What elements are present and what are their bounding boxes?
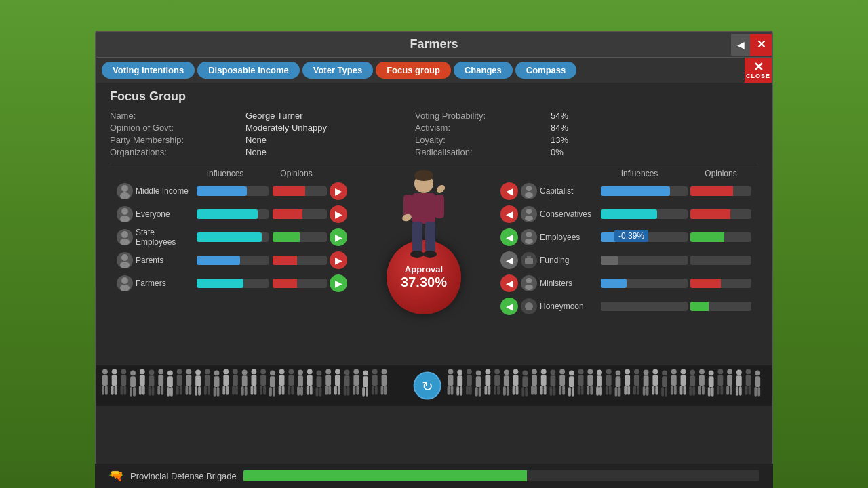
opinion-bar-capitalist: [690, 186, 751, 196]
right-opinions-header: Opinions: [690, 169, 751, 178]
left-row-farmers: Farmers ▶: [117, 273, 347, 293]
right-row-capitalist: ◀ Capitalist: [500, 181, 751, 201]
opinion-label: Opinion of Govt:: [110, 123, 245, 133]
opinion-bar-state-employees: [273, 232, 327, 242]
opinion-fill-farmers: [273, 279, 297, 288]
opinion-bar-parents: [273, 256, 327, 265]
svg-rect-14: [435, 195, 444, 218]
influence-fill-parents: [197, 256, 240, 265]
avatar-parents: [117, 252, 133, 268]
svg-text:↻: ↻: [422, 379, 433, 394]
svg-point-22: [525, 192, 533, 198]
voting-label: Voting Probability:: [415, 110, 551, 121]
content-area: Focus Group Name: George Turner Voting P…: [96, 83, 772, 365]
party-label: Party Membership:: [110, 135, 245, 145]
tab-voter-types[interactable]: Voter Types: [302, 62, 373, 79]
svg-point-1: [120, 192, 130, 199]
conn-employees: ◀: [500, 228, 518, 246]
people-svg: ↻: [102, 368, 766, 403]
info-grid: Name: George Turner Voting Probability: …: [110, 110, 758, 157]
title-close-button[interactable]: ✕: [750, 34, 772, 56]
avatar-farmers: [117, 275, 133, 291]
tab-voting-intentions[interactable]: Voting Intentions: [102, 62, 195, 79]
right-panel: Influences Opinions ◀ Capitalist: [500, 169, 751, 359]
loyalty-value: 13%: [551, 135, 652, 145]
opinion-fill-parents: [273, 256, 297, 265]
party-value: None: [245, 135, 415, 145]
label-ministers: Ministers: [540, 279, 601, 288]
svg-point-6: [121, 254, 128, 261]
tab-disposable-income[interactable]: Disposable Income: [197, 62, 299, 79]
activism-value: 84%: [551, 123, 652, 133]
influence-bar-parents: [197, 256, 269, 265]
label-farmers: Farmers: [136, 279, 197, 288]
svg-point-0: [121, 185, 128, 192]
gun-icon: 🔫: [108, 468, 123, 483]
opinion-fill-ministers: [690, 279, 721, 288]
separator: [110, 163, 758, 163]
left-row-everyone: Everyone ▶: [117, 204, 347, 224]
unit-label: Provincial Defense Brigade: [130, 471, 237, 481]
left-row-parents: Parents ▶: [117, 250, 347, 270]
svg-point-23: [526, 209, 532, 214]
avatar-honeymoon: [521, 298, 537, 314]
svg-rect-12: [412, 193, 435, 224]
svg-point-20: [423, 251, 437, 258]
svg-point-8: [121, 277, 128, 284]
influence-bar-funding: [601, 256, 688, 265]
radical-label: Radicalisation:: [415, 147, 551, 157]
window-title: Farmers: [410, 37, 458, 51]
employees-bar-area: -0.39%: [601, 232, 688, 242]
tab-bar: Voting Intentions Disposable Income Vote…: [96, 58, 772, 83]
close-label: CLOSE: [746, 73, 770, 79]
influence-fill-state-employees: [197, 232, 262, 242]
svg-point-5: [120, 239, 130, 245]
label-conservatives: Conservatives: [540, 209, 601, 219]
svg-point-4: [121, 231, 128, 238]
opinion-bar-ministers: [690, 279, 751, 288]
svg-point-21: [526, 186, 532, 191]
svg-point-26: [525, 239, 533, 244]
label-funding: Funding: [540, 256, 601, 265]
right-row-funding: ◀ Funding: [500, 250, 751, 270]
label-everyone: Everyone: [136, 209, 197, 219]
close-button[interactable]: ✕CLOSE: [745, 58, 772, 83]
radical-value: 0%: [551, 147, 652, 157]
avatar-conservatives: [521, 206, 537, 222]
influence-bar-ministers: [601, 279, 688, 288]
influence-bar-everyone: [197, 209, 269, 219]
left-influences-header: Influences: [184, 169, 266, 178]
svg-point-16: [435, 184, 447, 195]
nav-back-button[interactable]: ◀: [731, 34, 750, 56]
section-title: Focus Group: [110, 89, 758, 104]
loyalty-label: Loyalty:: [415, 135, 551, 145]
svg-point-9: [120, 285, 130, 291]
conn-ministers: ◀: [500, 274, 518, 292]
unit-progress-bar: [243, 470, 760, 481]
opinion-fill-honeymoon: [690, 302, 709, 311]
opinion-bar-honeymoon: [690, 302, 751, 311]
avatar-capitalist: [521, 183, 537, 199]
influence-bar-honeymoon: [601, 302, 688, 311]
left-opinions-header: Opinions: [266, 169, 327, 178]
avatar-ministers: [521, 275, 537, 291]
org-label: Organizations:: [110, 147, 245, 157]
connector-parents: ▶: [330, 251, 347, 269]
label-parents: Parents: [136, 256, 197, 265]
right-row-conservatives: ◀ Conservatives: [500, 204, 751, 224]
svg-rect-17: [412, 222, 422, 252]
activism-label: Activism:: [415, 123, 551, 133]
svg-point-3: [120, 216, 130, 222]
opinion-fill-state-employees: [273, 232, 300, 242]
tab-compass[interactable]: Compass: [515, 62, 577, 79]
avatar-everyone: [117, 206, 133, 222]
conn-conservatives: ◀: [500, 205, 518, 223]
label-middle-income: Middle Income: [136, 186, 197, 196]
opinion-fill-capitalist: [690, 186, 733, 196]
opinion-bar-farmers: [273, 279, 327, 288]
tab-focus-group[interactable]: Focus group: [376, 62, 451, 79]
svg-point-11: [414, 170, 433, 181]
tab-changes[interactable]: Changes: [454, 62, 513, 79]
character-figure: [400, 169, 448, 277]
svg-rect-18: [425, 222, 435, 252]
